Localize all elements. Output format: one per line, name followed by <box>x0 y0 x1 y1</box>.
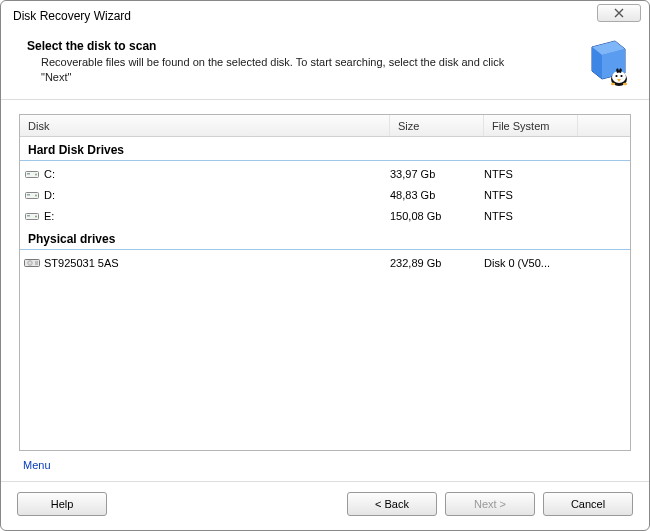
svg-point-17 <box>29 262 30 263</box>
svg-rect-10 <box>27 194 30 196</box>
column-spacer <box>578 115 630 136</box>
recovery-icon <box>583 39 631 87</box>
disk-filesystem: NTFS <box>484 189 578 201</box>
drive-icon <box>20 211 44 221</box>
drive-icon <box>20 190 44 200</box>
menu-link[interactable]: Menu <box>19 451 55 481</box>
disk-list: Disk Size File System Hard Disk Drives C… <box>19 114 631 451</box>
header-icon <box>583 39 631 87</box>
disk-name: E: <box>44 210 390 222</box>
table-row[interactable]: D: 48,83 Gb NTFS <box>20 184 630 205</box>
header-title: Select the disk to scan <box>27 39 575 53</box>
disk-filesystem: Disk 0 (V50... <box>484 257 578 269</box>
svg-point-11 <box>35 194 37 196</box>
content-area: Disk Size File System Hard Disk Drives C… <box>1 100 649 481</box>
svg-rect-7 <box>27 173 30 175</box>
window-title: Disk Recovery Wizard <box>13 9 597 23</box>
svg-point-14 <box>35 215 37 217</box>
disk-filesystem: NTFS <box>484 168 578 180</box>
disk-rows: Hard Disk Drives C: 33,97 Gb NTFS D: 48,… <box>20 137 630 450</box>
header-text: Select the disk to scan Recoverable file… <box>27 39 575 87</box>
svg-point-2 <box>615 75 617 77</box>
column-headers: Disk Size File System <box>20 115 630 137</box>
cancel-button[interactable]: Cancel <box>543 492 633 516</box>
disk-size: 150,08 Gb <box>390 210 484 222</box>
close-button[interactable] <box>597 4 641 22</box>
titlebar: Disk Recovery Wizard <box>1 1 649 31</box>
disk-size: 232,89 Gb <box>390 257 484 269</box>
table-row[interactable]: C: 33,97 Gb NTFS <box>20 163 630 184</box>
wizard-header: Select the disk to scan Recoverable file… <box>1 31 649 100</box>
disk-size: 33,97 Gb <box>390 168 484 180</box>
svg-point-3 <box>620 75 622 77</box>
disk-size: 48,83 Gb <box>390 189 484 201</box>
wizard-window: Disk Recovery Wizard Select the disk to … <box>0 0 650 531</box>
column-size[interactable]: Size <box>390 115 484 136</box>
header-description: Recoverable files will be found on the s… <box>27 55 537 85</box>
disk-name: C: <box>44 168 390 180</box>
table-row[interactable]: ST925031 5AS 232,89 Gb Disk 0 (V50... <box>20 252 630 273</box>
column-filesystem[interactable]: File System <box>484 115 578 136</box>
svg-rect-13 <box>27 215 30 217</box>
svg-rect-18 <box>35 261 38 265</box>
svg-point-5 <box>623 83 627 85</box>
footer: Help < Back Next > Cancel <box>1 481 649 530</box>
group-physical-drives: Physical drives <box>20 226 630 250</box>
group-hard-disk-drives: Hard Disk Drives <box>20 137 630 161</box>
svg-point-4 <box>611 83 615 85</box>
table-row[interactable]: E: 150,08 Gb NTFS <box>20 205 630 226</box>
close-icon <box>613 8 625 18</box>
next-button[interactable]: Next > <box>445 492 535 516</box>
disk-filesystem: NTFS <box>484 210 578 222</box>
help-button[interactable]: Help <box>17 492 107 516</box>
physical-drive-icon <box>20 258 44 268</box>
drive-icon <box>20 169 44 179</box>
disk-name: ST925031 5AS <box>44 257 390 269</box>
svg-point-8 <box>35 173 37 175</box>
column-disk[interactable]: Disk <box>20 115 390 136</box>
back-button[interactable]: < Back <box>347 492 437 516</box>
disk-name: D: <box>44 189 390 201</box>
